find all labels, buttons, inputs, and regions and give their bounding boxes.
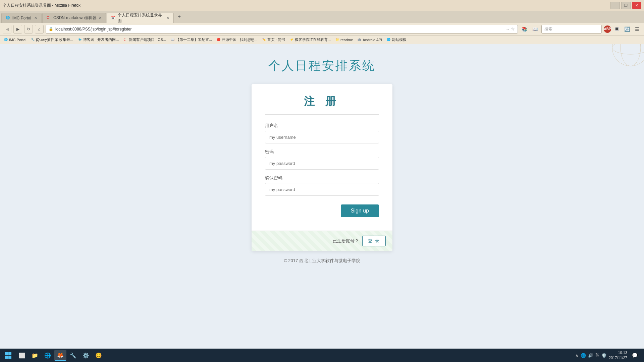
- tab-close-1[interactable]: ✕: [34, 16, 37, 20]
- back-button[interactable]: ◀: [3, 25, 11, 34]
- tray-chevron-icon[interactable]: ∧: [575, 353, 579, 358]
- card-divider: [265, 114, 379, 115]
- container-icon[interactable]: 🔳: [612, 25, 621, 34]
- password-group: 密码: [265, 149, 379, 170]
- svg-point-2: [621, 44, 641, 66]
- bookmark-favicon-ch12: 📖: [171, 38, 175, 42]
- already-text: 已注册账号？: [333, 238, 359, 244]
- search-bar[interactable]: 搜索: [541, 25, 602, 34]
- bookmark-imc[interactable]: 🌐 iMC Portal: [2, 37, 28, 43]
- address-bar[interactable]: 🔒 localhost:8088/PSS/jsp/login.jsp#toreg…: [46, 25, 518, 34]
- bookmark-csdn-news[interactable]: C 新闻客户端项目 - CS...: [122, 37, 168, 43]
- bookmark-label-android: Android API: [363, 38, 382, 42]
- title-bar: 个人日程安排系统登录界面 - Mozilla Firefox — ❐ ✕: [0, 0, 644, 11]
- tab-pss[interactable]: 📅 个人日程安排系统登录界面 ✕: [107, 13, 174, 23]
- svg-point-0: [612, 44, 644, 66]
- bookmark-label-csdn-news: 新闻客户端项目 - CS...: [129, 37, 166, 42]
- bookmark-ch12[interactable]: 📖 【第十二章】零配置...: [169, 37, 214, 43]
- confirm-input[interactable]: [265, 183, 379, 196]
- tab-close-2[interactable]: ✕: [99, 16, 102, 20]
- bookmark-label-oschina: 开源中国 - 找到您想...: [222, 37, 258, 42]
- tab-close-3[interactable]: ✕: [166, 16, 169, 20]
- username-input[interactable]: [265, 131, 379, 143]
- login-button[interactable]: 登 录: [362, 236, 386, 246]
- bookmarks-sidebar-icon[interactable]: 📚: [520, 25, 529, 34]
- card-footer: 已注册账号？ 登 录: [252, 231, 392, 251]
- sync-icon[interactable]: 🔄: [623, 25, 631, 34]
- lang-icon[interactable]: 英: [595, 353, 599, 358]
- bookmark-label-jquery: jQuery插件库-收集最...: [36, 37, 73, 42]
- tab-favicon-1: 🌐: [6, 16, 10, 20]
- bookmark-favicon-oschina: 🔴: [217, 38, 221, 42]
- bookmark-favicon-android: 🤖: [358, 38, 362, 42]
- username-group: 用户名: [265, 123, 379, 143]
- nav-right-icons: ABP 🔳 🔄 ☰: [604, 25, 641, 34]
- antivirus-icon[interactable]: 🛡️: [601, 353, 607, 358]
- bookmark-star-icon[interactable]: ☆: [511, 26, 515, 32]
- menu-icon[interactable]: ☰: [633, 25, 641, 34]
- notification-icon[interactable]: 💬: [629, 350, 640, 361]
- bookmark-favicon-templates: 🌐: [387, 38, 391, 42]
- bookmark-jianshu[interactable]: ✏️ 首页 · 简书: [260, 37, 287, 43]
- taskbar-right: ∧ 🌐 🔊 英 🛡️ 10:13 2017/11/27 💬: [575, 350, 643, 361]
- bookmark-templates[interactable]: 🌐 网站模板: [385, 37, 409, 43]
- security-icon: 🔒: [49, 27, 53, 31]
- tab-bar: 🌐 iMC Portal ✕ C CSDN-markdown编辑器 ✕ 📅 个人…: [0, 11, 644, 23]
- bookmark-cnblogs[interactable]: 🐦 博客园 - 开发者的网...: [76, 37, 121, 43]
- start-button[interactable]: [1, 350, 15, 361]
- taskbar-settings[interactable]: ⚙️: [80, 350, 92, 361]
- tab-imc-portal[interactable]: 🌐 iMC Portal ✕: [1, 13, 42, 23]
- forward-button[interactable]: ▶: [13, 25, 22, 34]
- globe-decoration: [597, 44, 644, 71]
- taskbar-file-explorer[interactable]: 📁: [29, 350, 41, 361]
- volume-icon[interactable]: 🔊: [588, 353, 593, 358]
- bookmark-favicon-jquery: 🔧: [31, 38, 35, 42]
- taskbar-chrome[interactable]: 🌐: [42, 350, 54, 361]
- bookmark-label-ch12: 【第十二章】零配置...: [176, 37, 212, 42]
- bookmark-label-readme: readme: [340, 38, 353, 42]
- confirm-group: 确认密码: [265, 175, 379, 196]
- taskbar-firefox[interactable]: 🦊: [54, 350, 66, 361]
- taskbar-task-view[interactable]: ⬜: [16, 350, 28, 361]
- taskbar-clock[interactable]: 10:13 2017/11/27: [609, 350, 627, 361]
- password-input[interactable]: [265, 157, 379, 170]
- window-controls: — ❐ ✕: [610, 2, 641, 9]
- address-options-icon[interactable]: ···: [505, 27, 509, 32]
- bookmark-favicon-jianshu: ✏️: [262, 38, 266, 42]
- refresh-button[interactable]: ↻: [24, 25, 33, 34]
- signup-row: Sign up: [265, 201, 379, 221]
- windows-logo-icon: [5, 352, 11, 359]
- close-button[interactable]: ✕: [632, 2, 641, 9]
- tab-csdn[interactable]: C CSDN-markdown编辑器 ✕: [42, 13, 106, 23]
- minimize-button[interactable]: —: [610, 2, 620, 9]
- restore-button[interactable]: ❐: [621, 2, 631, 9]
- abp-icon[interactable]: ABP: [604, 25, 611, 33]
- bookmark-jike[interactable]: ⚡ 极客学院IT在线教育...: [288, 37, 333, 43]
- bookmark-readme[interactable]: 📁 readme: [333, 37, 355, 43]
- nav-bar: ◀ ▶ ↻ ⌂ 🔒 localhost:8088/PSS/jsp/login.j…: [0, 23, 644, 36]
- password-label: 密码: [265, 149, 379, 155]
- bookmark-android[interactable]: 🤖 Android API: [356, 37, 384, 43]
- title-bar-text: 个人日程安排系统登录界面 - Mozilla Firefox: [3, 3, 80, 8]
- bookmark-favicon-readme: 📁: [335, 38, 339, 42]
- home-button[interactable]: ⌂: [35, 25, 44, 34]
- taskbar-items: ⬜ 📁 🌐 🦊 🔧 ⚙️ 😊: [16, 350, 105, 361]
- bookmark-label-jike: 极客学院IT在线教育...: [295, 37, 331, 42]
- taskbar-dev-tool[interactable]: 🔧: [67, 350, 79, 361]
- reading-mode-icon[interactable]: 📖: [531, 25, 539, 34]
- bookmark-jquery[interactable]: 🔧 jQuery插件库-收集最...: [29, 37, 75, 43]
- bookmark-oschina[interactable]: 🔴 开源中国 - 找到您想...: [215, 37, 260, 43]
- address-text: localhost:8088/PSS/jsp/login.jsp#toregis…: [55, 27, 503, 32]
- network-icon[interactable]: 🌐: [581, 353, 586, 358]
- taskbar-app5[interactable]: 😊: [93, 350, 105, 361]
- signup-button[interactable]: Sign up: [341, 204, 379, 217]
- browser-title: 个人日程安排系统登录界面 - Mozilla Firefox: [3, 3, 80, 8]
- page-content: 个人日程安排系统 注 册 用户名 密码 确认密码 Sign up 已注册账号: [0, 44, 644, 349]
- bookmark-label-imc: iMC Portal: [9, 38, 26, 42]
- confirm-label: 确认密码: [265, 175, 379, 181]
- bookmarks-bar: 🌐 iMC Portal 🔧 jQuery插件库-收集最... 🐦 博客园 - …: [0, 36, 644, 44]
- tab-label-1: iMC Portal: [12, 16, 31, 20]
- new-tab-button[interactable]: +: [174, 13, 184, 21]
- tab-label-2: CSDN-markdown编辑器: [53, 15, 97, 21]
- tab-favicon-3: 📅: [111, 16, 116, 20]
